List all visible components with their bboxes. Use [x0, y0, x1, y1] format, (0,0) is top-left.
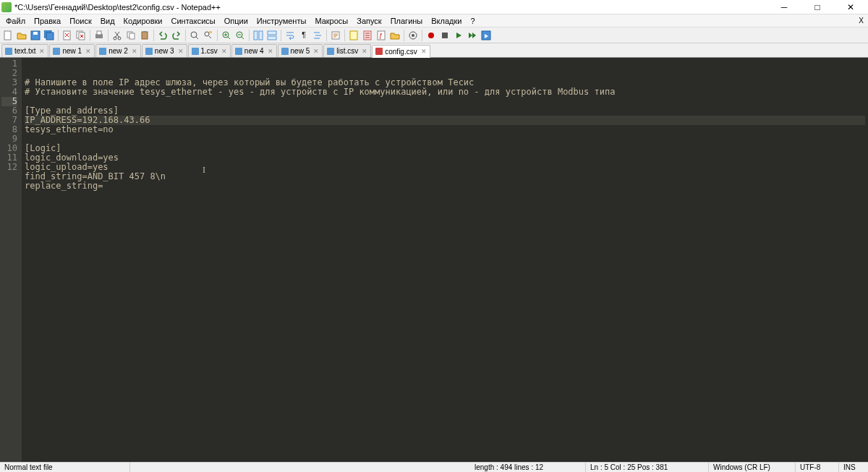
- tab-new-5[interactable]: new 5✕: [278, 44, 323, 57]
- sync-h-icon[interactable]: [265, 29, 278, 42]
- code-line[interactable]: IP_ADDRESS=192.168.43.66: [25, 116, 865, 125]
- find-icon[interactable]: [188, 29, 201, 42]
- monitor-icon[interactable]: [407, 29, 420, 42]
- code-line[interactable]: find_string=AND_BIT 457 8\n: [25, 172, 865, 181]
- indent-guide-icon[interactable]: [311, 29, 324, 42]
- tab-close-icon[interactable]: ✕: [132, 48, 137, 55]
- stop-macro-icon[interactable]: [438, 29, 451, 42]
- code-line[interactable]: [25, 134, 865, 144]
- tab-label: new 2: [109, 47, 128, 55]
- svg-rect-0: [4, 31, 11, 40]
- menu-run[interactable]: Запуск: [352, 16, 386, 26]
- tab-new-2[interactable]: new 2✕: [95, 44, 141, 57]
- open-file-icon[interactable]: [15, 29, 28, 42]
- redo-icon[interactable]: [170, 29, 183, 42]
- code-line[interactable]: replace_string=: [25, 181, 865, 191]
- zoom-in-icon[interactable]: [220, 29, 233, 42]
- toolbar-separator: [326, 30, 327, 41]
- menu-language[interactable]: Синтаксисы: [167, 16, 220, 26]
- close-button[interactable]: ✕: [841, 1, 861, 14]
- cut-icon[interactable]: [111, 29, 124, 42]
- tab-close-icon[interactable]: ✕: [313, 48, 319, 55]
- save-icon[interactable]: [29, 29, 42, 42]
- menu-help[interactable]: ?: [466, 16, 479, 26]
- code-line[interactable]: [Logic]: [25, 144, 865, 153]
- doc-map-icon[interactable]: [347, 29, 360, 42]
- tab-config-csv[interactable]: config.csv✕: [372, 45, 430, 58]
- play-macro-icon[interactable]: [452, 29, 465, 42]
- status-position: Ln : 5 Col : 25 Pos : 381: [586, 463, 709, 472]
- close-all-icon[interactable]: [75, 29, 88, 42]
- tab-new-4[interactable]: new 4✕: [231, 44, 277, 57]
- svg-rect-4: [46, 33, 54, 40]
- menu-file[interactable]: Файл: [1, 16, 30, 26]
- function-list-icon[interactable]: ƒ: [375, 29, 388, 42]
- sync-v-icon[interactable]: [252, 29, 265, 42]
- zoom-out-icon[interactable]: [234, 29, 247, 42]
- undo-icon[interactable]: [156, 29, 169, 42]
- code-line[interactable]: # Установите значение tesys_ethernet - y…: [25, 87, 865, 97]
- tab-new-1[interactable]: new 1✕: [49, 44, 95, 57]
- tab-text-txt[interactable]: text.txt✕: [1, 44, 48, 57]
- tab-close-icon[interactable]: ✕: [268, 48, 273, 55]
- language-highlight-icon[interactable]: [329, 29, 342, 42]
- doc-list-icon[interactable]: [361, 29, 374, 42]
- wordwrap-icon[interactable]: [284, 29, 297, 42]
- folder-workspace-icon[interactable]: [388, 29, 401, 42]
- code-area[interactable]: # Напишите в поле IP адрес шлюза, через …: [22, 58, 868, 462]
- tab-list-csv[interactable]: list.csv✕: [323, 44, 371, 57]
- tab-close-icon[interactable]: ✕: [221, 48, 227, 55]
- tab-close-icon[interactable]: ✕: [85, 48, 91, 55]
- toolbar-separator: [422, 30, 422, 41]
- menu-view[interactable]: Вид: [96, 16, 119, 26]
- menu-search[interactable]: Поиск: [65, 16, 95, 26]
- play-multi-macro-icon[interactable]: [466, 29, 479, 42]
- window-controls: ─ □ ✕: [774, 1, 867, 14]
- menu-tools[interactable]: Инструменты: [252, 16, 311, 26]
- line-number: 12: [1, 163, 17, 172]
- print-icon[interactable]: [93, 29, 106, 42]
- menu-plugins[interactable]: Плагины: [386, 16, 427, 26]
- toolbar-separator: [217, 30, 218, 41]
- new-file-icon[interactable]: [1, 29, 14, 42]
- code-line[interactable]: tesys_ethernet=no: [25, 125, 865, 134]
- toolbar-separator: [281, 30, 281, 41]
- tab-label: list.csv: [336, 47, 358, 55]
- maximize-button[interactable]: □: [807, 1, 827, 14]
- tab-label: new 4: [244, 47, 264, 55]
- menu-encoding[interactable]: Кодировки: [119, 16, 167, 26]
- close-tab-x[interactable]: X: [859, 17, 864, 25]
- menu-macro[interactable]: Макросы: [310, 16, 352, 26]
- menu-window[interactable]: Вкладки: [427, 16, 466, 26]
- code-line[interactable]: [25, 97, 865, 106]
- tab-bar: text.txt✕ new 1✕ new 2✕ new 3✕ 1.csv✕ ne…: [0, 43, 868, 58]
- record-macro-icon[interactable]: [425, 29, 438, 42]
- status-insert-mode: INS: [839, 463, 868, 472]
- paste-icon[interactable]: [138, 29, 151, 42]
- copy-icon[interactable]: [124, 29, 137, 42]
- menu-bar: Файл Правка Поиск Вид Кодировки Синтакси…: [0, 14, 868, 27]
- minimize-button[interactable]: ─: [774, 1, 794, 14]
- tab-close-icon[interactable]: ✕: [39, 48, 45, 55]
- show-all-chars-icon[interactable]: ¶: [297, 29, 310, 42]
- menu-edit[interactable]: Правка: [30, 16, 65, 26]
- window-titlebar: *C:\Users\Геннадий\Desktop\test2\config.…: [0, 0, 868, 14]
- tab-close-icon[interactable]: ✕: [178, 48, 184, 55]
- tab-close-icon[interactable]: ✕: [421, 48, 427, 55]
- svg-rect-22: [259, 31, 263, 40]
- tab-new-3[interactable]: new 3✕: [142, 44, 187, 57]
- close-file-icon[interactable]: [61, 29, 74, 42]
- line-number-gutter: 123456789101112: [0, 58, 22, 462]
- svg-point-16: [191, 32, 197, 38]
- save-all-icon[interactable]: [43, 29, 56, 42]
- tab-label: text.txt: [14, 47, 35, 55]
- replace-icon[interactable]: [202, 29, 215, 42]
- tab-close-icon[interactable]: ✕: [362, 48, 367, 55]
- tab-1-csv[interactable]: 1.csv✕: [188, 44, 231, 57]
- editor-area[interactable]: 123456789101112 # Напишите в поле IP адр…: [0, 58, 868, 462]
- code-line[interactable]: [Type_and_address]: [25, 106, 865, 116]
- code-line[interactable]: logic_download=yes: [25, 153, 865, 163]
- save-macro-icon[interactable]: [480, 29, 493, 42]
- svg-text:ƒ: ƒ: [379, 32, 383, 39]
- menu-settings[interactable]: Опции: [220, 16, 252, 26]
